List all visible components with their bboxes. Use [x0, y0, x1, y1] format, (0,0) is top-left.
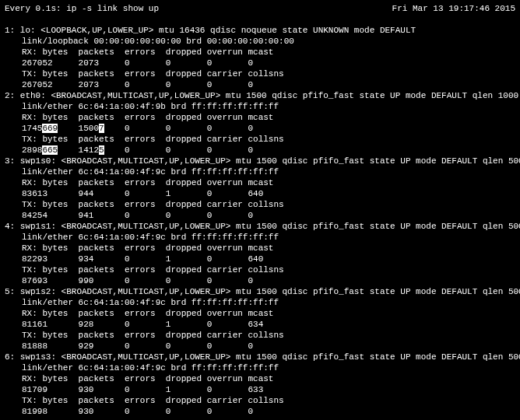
iface-title: 6: swp1s3: <BROADCAST,MULTICAST,UP,LOWER…: [5, 352, 515, 362]
interface-lo: 1: lo: <LOOPBACK,UP,LOWER_UP> mtu 16436 …: [5, 25, 515, 90]
tx-header: TX: bytes packets errors dropped carrier…: [5, 264, 515, 275]
rx-header: RX: bytes packets errors dropped overrun…: [5, 373, 515, 384]
tx-header: TX: bytes packets errors dropped carrier…: [5, 330, 515, 341]
rx-values: 267052 2073 0 0 0 0: [5, 58, 515, 68]
tx-header: TX: bytes packets errors dropped carrier…: [5, 134, 515, 145]
tx-header: TX: bytes packets errors dropped carrier…: [5, 395, 515, 406]
tx-values: 81888 929 0 0 0 0: [5, 341, 515, 352]
interface-swp1s2: 5: swp1s2: <BROADCAST,MULTICAST,UP,LOWER…: [5, 286, 515, 352]
tx-values: 2898665 14125 0 0 0 0: [5, 145, 515, 156]
tx-values: 87693 990 0 0 0 0: [5, 275, 515, 286]
interface-swp1s3: 6: swp1s3: <BROADCAST,MULTICAST,UP,LOWER…: [5, 352, 515, 417]
rx-header: RX: bytes packets errors dropped overrun…: [5, 47, 515, 58]
iface-title: 3: swp1s0: <BROADCAST,MULTICAST,UP,LOWER…: [5, 156, 515, 166]
rx-values: 81161 928 0 1 0 634: [5, 319, 515, 330]
tx-values: 267052 2073 0 0 0 0: [5, 79, 515, 90]
interface-swp1s1: 4: swp1s1: <BROADCAST,MULTICAST,UP,LOWER…: [5, 221, 515, 286]
highlight-diff: 5: [99, 145, 104, 155]
tx-header: TX: bytes packets errors dropped carrier…: [5, 68, 515, 79]
highlight-diff: 7: [99, 124, 104, 133]
link-line: link/ether 6c:64:1a:00:4f:9c brd ff:ff:f…: [5, 232, 515, 243]
iface-title: 4: swp1s1: <BROADCAST,MULTICAST,UP,LOWER…: [5, 221, 515, 232]
highlight-diff: 669: [42, 124, 58, 133]
iface-title: 1: lo: <LOOPBACK,UP,LOWER_UP> mtu 16436 …: [5, 25, 515, 36]
highlight-diff: 665: [42, 145, 58, 155]
watch-timestamp: Fri Mar 13 19:17:46 2015: [392, 3, 515, 14]
link-line: link/loopback 00:00:00:00:00:00 brd 00:0…: [5, 36, 515, 47]
watch-command: Every 0.1s: ip -s link show up: [5, 3, 159, 14]
link-line: link/ether 6c:64:1a:00:4f:9c brd ff:ff:f…: [5, 166, 515, 177]
tx-values: 84254 941 0 0 0 0: [5, 210, 515, 221]
tx-values: 81998 930 0 0 0 0: [5, 406, 515, 417]
link-line: link/ether 6c:64:1a:00:4f:9b brd ff:ff:f…: [5, 101, 515, 112]
rx-values: 83613 944 0 1 0 640: [5, 188, 515, 199]
link-line: link/ether 6c:64:1a:00:4f:9c brd ff:ff:f…: [5, 297, 515, 308]
tx-header: TX: bytes packets errors dropped carrier…: [5, 199, 515, 210]
interface-eth0: 2: eth0: <BROADCAST,MULTICAST,UP,LOWER_U…: [5, 90, 515, 156]
link-line: link/ether 6c:64:1a:00:4f:9c brd ff:ff:f…: [5, 362, 515, 373]
rx-header: RX: bytes packets errors dropped overrun…: [5, 308, 515, 319]
interface-swp1s0: 3: swp1s0: <BROADCAST,MULTICAST,UP,LOWER…: [5, 156, 515, 221]
rx-header: RX: bytes packets errors dropped overrun…: [5, 243, 515, 254]
rx-header: RX: bytes packets errors dropped overrun…: [5, 177, 515, 188]
rx-values: 1745669 15007 0 0 0 0: [5, 123, 515, 134]
rx-values: 81709 930 0 1 0 633: [5, 384, 515, 395]
iface-title: 2: eth0: <BROADCAST,MULTICAST,UP,LOWER_U…: [5, 90, 515, 101]
rx-header: RX: bytes packets errors dropped overrun…: [5, 112, 515, 123]
iface-title: 5: swp1s2: <BROADCAST,MULTICAST,UP,LOWER…: [5, 286, 515, 297]
rx-values: 82293 934 0 1 0 640: [5, 254, 515, 264]
watch-header: Every 0.1s: ip -s link show up Fri Mar 1…: [5, 3, 515, 14]
